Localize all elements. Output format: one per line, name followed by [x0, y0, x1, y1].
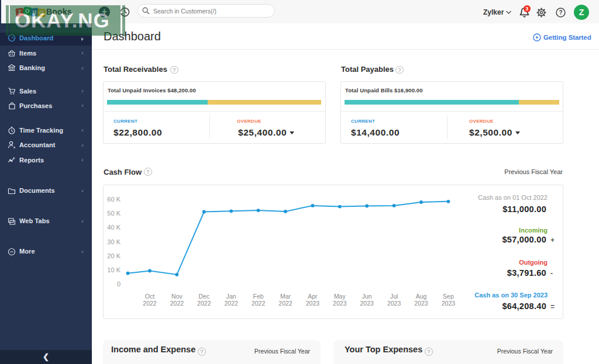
svg-text:2022: 2022	[278, 300, 292, 307]
svg-text:?: ?	[559, 9, 562, 16]
svg-text:2023: 2023	[306, 300, 320, 307]
svg-text:2023: 2023	[414, 300, 428, 307]
svg-text:Jul: Jul	[390, 293, 398, 300]
svg-text:10 K: 10 K	[107, 266, 121, 273]
svg-text:Apr: Apr	[308, 293, 318, 300]
svg-text:2022: 2022	[225, 300, 239, 307]
svg-text:Mar: Mar	[280, 293, 291, 300]
svg-text:2022: 2022	[252, 300, 266, 307]
svg-text:50 K: 50 K	[107, 210, 121, 217]
svg-text:2023: 2023	[387, 300, 401, 307]
svg-text:2023: 2023	[360, 300, 374, 307]
svg-text:Dec: Dec	[198, 293, 209, 300]
svg-text:Nov: Nov	[171, 293, 183, 300]
svg-text:Aug: Aug	[416, 293, 427, 300]
svg-text:2022: 2022	[143, 300, 157, 307]
svg-text:Feb: Feb	[253, 293, 264, 300]
svg-text:2022: 2022	[197, 300, 211, 307]
svg-text:Jun: Jun	[362, 293, 372, 300]
svg-text:0: 0	[117, 280, 121, 287]
svg-text:2022: 2022	[170, 300, 184, 307]
svg-text:40 K: 40 K	[107, 224, 121, 231]
svg-text:60 K: 60 K	[107, 196, 121, 203]
svg-text:Oct: Oct	[145, 293, 154, 300]
svg-text:20 K: 20 K	[107, 252, 121, 259]
svg-text:May: May	[334, 293, 346, 300]
svg-text:30 K: 30 K	[107, 238, 121, 245]
svg-text:Jan: Jan	[226, 293, 236, 300]
svg-text:2023: 2023	[333, 300, 347, 307]
